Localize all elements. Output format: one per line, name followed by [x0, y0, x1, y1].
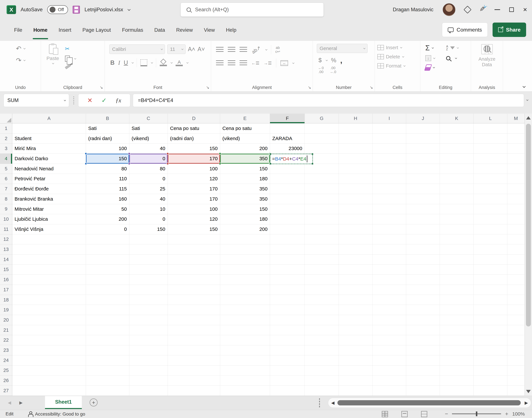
cell-K25[interactable] — [440, 366, 473, 376]
cell-I16[interactable] — [373, 275, 406, 285]
cell-J17[interactable] — [406, 285, 440, 295]
cell-C19[interactable] — [129, 305, 168, 315]
cell-H24[interactable] — [339, 355, 373, 366]
cell-C25[interactable] — [129, 366, 168, 376]
cell-G8[interactable] — [305, 194, 339, 204]
file-name[interactable]: LetnjiPoslovi.xlsx — [85, 7, 123, 12]
cell-D1[interactable]: Cena po satu — [168, 123, 220, 134]
comma-style-icon[interactable]: , — [340, 56, 342, 65]
cell-K10[interactable] — [440, 214, 473, 224]
cell-I15[interactable] — [373, 265, 406, 275]
cell-B8[interactable]: 160 — [86, 194, 129, 204]
cell-L20[interactable] — [473, 315, 507, 325]
cell-L2[interactable] — [473, 134, 507, 144]
cell-I2[interactable] — [373, 134, 406, 144]
bold-button[interactable]: B — [110, 59, 115, 66]
cell-G24[interactable] — [305, 355, 339, 366]
autosave-toggle[interactable]: Off — [47, 5, 68, 14]
minimize-button[interactable] — [495, 9, 500, 10]
row-header-6[interactable]: 6 — [0, 174, 12, 184]
cell-E12[interactable] — [220, 234, 270, 244]
cell-E20[interactable] — [220, 315, 270, 325]
cell-D20[interactable] — [168, 315, 220, 325]
cell-E23[interactable] — [220, 345, 270, 355]
underline-chevron-down-icon[interactable] — [132, 61, 134, 64]
cell-G25[interactable] — [305, 366, 339, 376]
cell-J11[interactable] — [406, 224, 440, 234]
tab-file[interactable]: File — [9, 19, 28, 41]
cell-E13[interactable] — [220, 244, 270, 255]
cell-I9[interactable] — [373, 204, 406, 214]
cell-A11[interactable]: Višnjić Višnja — [12, 224, 86, 234]
cell-D21[interactable] — [168, 325, 220, 335]
cell-K15[interactable] — [440, 265, 473, 275]
scroll-up-icon[interactable] — [526, 116, 531, 119]
cell-C11[interactable]: 150 — [129, 224, 168, 234]
align-middle-icon[interactable] — [228, 47, 235, 52]
cell-I21[interactable] — [373, 325, 406, 335]
cell-G6[interactable] — [305, 174, 339, 184]
cell-A10[interactable]: Ljubičić Ljubica — [12, 214, 86, 224]
cell-E4[interactable]: 350 — [220, 154, 270, 164]
cell-J24[interactable] — [406, 355, 440, 366]
tab-help[interactable]: Help — [220, 19, 242, 41]
cell-M24[interactable] — [507, 355, 525, 366]
cell-F27[interactable] — [270, 386, 305, 396]
cell-G7[interactable] — [305, 184, 339, 194]
cell-K19[interactable] — [440, 305, 473, 315]
cell-M15[interactable] — [507, 265, 525, 275]
cell-B15[interactable] — [86, 265, 129, 275]
font-size-select[interactable]: 11 — [167, 45, 186, 54]
cell-E9[interactable]: 150 — [220, 204, 270, 214]
cell-M13[interactable] — [507, 244, 525, 255]
cell-I26[interactable] — [373, 375, 406, 386]
cell-K11[interactable] — [440, 224, 473, 234]
cell-F17[interactable] — [270, 285, 305, 295]
cell-J27[interactable] — [406, 386, 440, 396]
cell-K13[interactable] — [440, 244, 473, 255]
cell-A5[interactable]: Nenadović Nenad — [12, 164, 86, 174]
scroll-right-icon[interactable]: ▶ — [525, 400, 528, 406]
cell-M8[interactable] — [507, 194, 525, 204]
cell-J21[interactable] — [406, 325, 440, 335]
cell-F12[interactable] — [270, 234, 305, 244]
cell-A21[interactable] — [12, 325, 86, 335]
cell-F21[interactable] — [270, 325, 305, 335]
cell-I10[interactable] — [373, 214, 406, 224]
cell-F9[interactable] — [270, 204, 305, 214]
clipboard-dialog-launcher[interactable]: ↘ — [100, 85, 103, 90]
cell-E7[interactable]: 350 — [220, 184, 270, 194]
cell-B9[interactable]: 50 — [86, 204, 129, 214]
cell-D14[interactable] — [168, 255, 220, 265]
cell-B4[interactable]: 150 — [86, 154, 129, 164]
cell-H19[interactable] — [339, 305, 373, 315]
row-header-15[interactable]: 15 — [0, 265, 12, 275]
format-painter-icon[interactable] — [65, 64, 71, 70]
cell-G26[interactable] — [305, 375, 339, 386]
cell-C23[interactable] — [129, 345, 168, 355]
column-header-G[interactable]: G — [305, 114, 339, 123]
cell-L26[interactable] — [473, 375, 507, 386]
sheet-prev-icon[interactable]: ◀ — [8, 400, 11, 405]
cell-M18[interactable] — [507, 295, 525, 305]
cell-J13[interactable] — [406, 244, 440, 255]
scroll-down-icon[interactable] — [526, 390, 531, 393]
cell-L13[interactable] — [473, 244, 507, 255]
feedback-pen-icon[interactable] — [480, 7, 485, 12]
name-box[interactable]: SUM — [4, 94, 69, 107]
cell-I8[interactable] — [373, 194, 406, 204]
cell-D10[interactable]: 120 — [168, 214, 220, 224]
cell-D27[interactable] — [168, 386, 220, 396]
cell-J6[interactable] — [406, 174, 440, 184]
cell-D9[interactable]: 100 — [168, 204, 220, 214]
cell-D7[interactable]: 170 — [168, 184, 220, 194]
wrap-text-icon[interactable]: abc↩ — [275, 46, 280, 54]
cell-J16[interactable] — [406, 275, 440, 285]
cell-H12[interactable] — [339, 234, 373, 244]
cell-K7[interactable] — [440, 184, 473, 194]
cell-C20[interactable] — [129, 315, 168, 325]
cell-I14[interactable] — [373, 255, 406, 265]
cell-K14[interactable] — [440, 255, 473, 265]
cell-E2[interactable]: (vikend) — [220, 134, 270, 144]
cell-B27[interactable] — [86, 386, 129, 396]
